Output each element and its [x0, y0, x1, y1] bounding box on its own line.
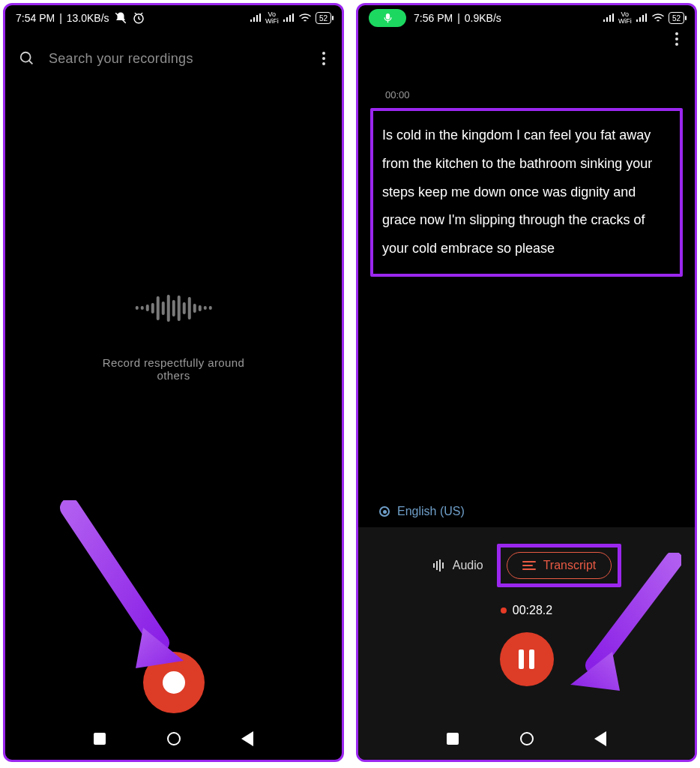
- bell-slash-icon: [114, 11, 127, 25]
- signal-icon: [283, 14, 295, 22]
- waveform-icon: [89, 293, 258, 323]
- svg-rect-7: [436, 561, 438, 570]
- nav-bar: [358, 722, 695, 760]
- status-speed: 13.0KB/s: [67, 12, 109, 24]
- nav-back-icon[interactable]: [241, 731, 253, 746]
- svg-line-3: [29, 61, 33, 64]
- transcript-text[interactable]: Is cold in the kingdom I can feel you fa…: [382, 122, 671, 263]
- recording-time-value: 00:28.2: [513, 604, 552, 617]
- svg-rect-6: [433, 563, 435, 568]
- empty-state: Record respectfully around others: [89, 293, 258, 382]
- nav-home-icon[interactable]: [520, 732, 534, 746]
- svg-rect-5: [385, 14, 389, 20]
- audio-bars-icon: [432, 559, 445, 572]
- status-time: 7:56 PM: [414, 12, 453, 24]
- recording-dot-icon: [501, 608, 507, 614]
- status-time: 7:54 PM: [16, 12, 55, 24]
- transcript-mode-tab[interactable]: Transcript: [507, 552, 612, 579]
- signal-icon: [250, 14, 262, 22]
- language-selector[interactable]: English (US): [379, 505, 465, 518]
- status-bar: 7:54 PM | 13.0KB/s Vo WiFi 52: [5, 5, 342, 31]
- empty-state-text: Record respectfully around others: [89, 356, 258, 382]
- audio-mode-tab[interactable]: Audio: [432, 559, 483, 572]
- svg-rect-8: [439, 560, 441, 572]
- transcript-highlight-box: Is cold in the kingdom I can feel you fa…: [370, 108, 683, 277]
- signal-icon: [603, 14, 615, 22]
- pause-button[interactable]: [500, 632, 554, 686]
- nav-bar: [5, 722, 342, 760]
- search-input[interactable]: Search your recordings: [49, 51, 306, 67]
- battery-icon: 52: [669, 12, 684, 24]
- nav-recents-icon[interactable]: [447, 733, 459, 745]
- wifi-icon: [651, 13, 665, 23]
- svg-marker-10: [570, 652, 620, 691]
- vowifi-label: Vo WiFi: [618, 11, 632, 25]
- transcript-timestamp: 00:00: [358, 31, 695, 105]
- transcript-highlight-box-2: Transcript: [497, 544, 622, 587]
- audio-mode-label: Audio: [453, 559, 483, 572]
- mic-active-pill[interactable]: [369, 9, 406, 27]
- svg-point-2: [21, 52, 31, 62]
- wifi-icon: [298, 13, 312, 23]
- nav-home-icon[interactable]: [167, 732, 181, 746]
- nav-recents-icon[interactable]: [94, 733, 106, 745]
- target-icon: [379, 506, 390, 517]
- transcript-mode-label: Transcript: [543, 559, 597, 572]
- recording-time: 00:28.2: [501, 604, 552, 617]
- search-row[interactable]: Search your recordings: [5, 31, 342, 73]
- transcript-lines-icon: [522, 561, 536, 570]
- alarm-icon: [132, 11, 145, 25]
- phone-right: 7:56 PM | 0.9KB/s Vo WiFi 52 00:00 Is co…: [356, 3, 697, 762]
- search-icon: [19, 50, 35, 67]
- language-label: English (US): [397, 505, 465, 518]
- battery-icon: 52: [316, 12, 331, 24]
- signal-icon: [636, 14, 648, 22]
- more-menu-icon[interactable]: [672, 29, 681, 49]
- nav-back-icon[interactable]: [594, 731, 606, 746]
- status-bar: 7:56 PM | 0.9KB/s Vo WiFi 52: [358, 5, 695, 31]
- svg-rect-9: [442, 562, 444, 568]
- status-speed: 0.9KB/s: [465, 12, 501, 24]
- record-button[interactable]: [143, 652, 205, 713]
- vowifi-label: Vo WiFi: [265, 11, 279, 25]
- record-dot-icon: [163, 671, 185, 694]
- recording-panel: Audio Transcript 00:28.2: [358, 527, 695, 722]
- phone-left: 7:54 PM | 13.0KB/s Vo WiFi 52 Search you…: [3, 3, 344, 762]
- more-menu-icon[interactable]: [319, 49, 328, 68]
